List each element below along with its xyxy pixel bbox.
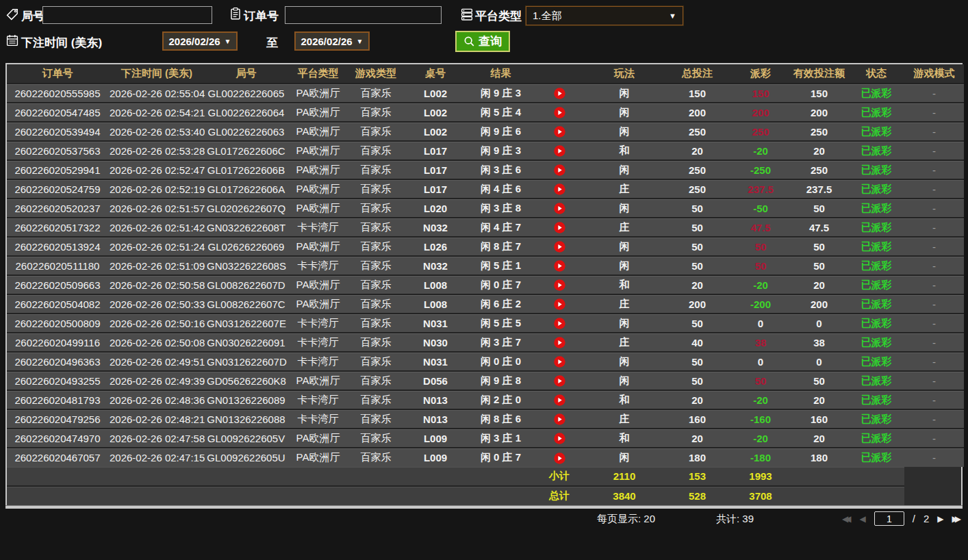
total-valid-bet: 3708: [731, 486, 790, 505]
cell-platform: PA欧洲厅: [287, 448, 349, 467]
cell-bet-time: 2026-02-26 02:48:36: [108, 390, 205, 409]
replay-video-icon[interactable]: [554, 126, 565, 138]
cell-play-type: 庄: [585, 409, 663, 429]
cell-replay: [533, 294, 585, 314]
cell-table-id: L008: [403, 294, 468, 314]
total-spacer: [7, 486, 533, 505]
cell-game-type: 百家乐: [349, 218, 403, 237]
date-from-picker[interactable]: 2026/02/26 ▼: [162, 31, 238, 51]
cell-total-bet: 50: [663, 256, 731, 275]
cell-game-type: 百家乐: [349, 237, 403, 256]
platform-type-label: 平台类型: [475, 8, 522, 24]
header-valid_bet: 有效投注额: [790, 64, 848, 84]
total-label: 总计: [533, 486, 585, 505]
date-to-value: 2026/02/26: [301, 36, 353, 47]
cell-replay: [533, 429, 585, 448]
replay-video-icon[interactable]: [554, 164, 565, 176]
replay-video-icon[interactable]: [554, 375, 565, 387]
last-page-icon[interactable]: ▶▶: [952, 512, 961, 526]
cell-status: 已派彩: [848, 371, 904, 390]
cell-platform: PA欧洲厅: [287, 275, 349, 294]
table-row: 260226020500809 2026-02-26 02:50:16 GN03…: [7, 314, 964, 333]
cell-table-id: L002: [403, 84, 468, 103]
cell-result: 闲 9 庄 3: [468, 84, 533, 103]
replay-video-icon[interactable]: [554, 183, 565, 195]
cell-play-type: 闲: [585, 352, 663, 371]
replay-video-icon[interactable]: [554, 241, 565, 253]
cell-status: 已派彩: [848, 294, 904, 314]
cell-order-id: 260226020500809: [7, 314, 108, 333]
replay-video-icon[interactable]: [554, 394, 565, 406]
replay-video-icon[interactable]: [554, 222, 565, 233]
cell-game-type: 百家乐: [349, 122, 403, 141]
cell-status: 已派彩: [848, 256, 904, 275]
table-row: 260226020467057 2026-02-26 02:47:15 GL00…: [7, 448, 964, 467]
page-separator: /: [913, 513, 915, 524]
replay-video-icon[interactable]: [554, 433, 565, 444]
replay-video-icon[interactable]: [554, 356, 565, 368]
subtotal-row: 小计 2110 153 1993: [7, 467, 964, 486]
cell-status: 已派彩: [848, 103, 904, 122]
cell-valid-bet: 50: [790, 371, 848, 390]
cell-platform: PA欧洲厅: [287, 84, 349, 103]
cell-game-type: 百家乐: [349, 179, 403, 199]
table-row: 260226020504082 2026-02-26 02:50:33 GL00…: [7, 294, 964, 314]
cell-game-mode: -: [904, 429, 964, 448]
replay-video-icon[interactable]: [554, 453, 565, 464]
replay-video-icon[interactable]: [554, 88, 565, 99]
cell-replay: [533, 84, 585, 103]
order-id-input[interactable]: [285, 6, 442, 24]
cell-play-type: 庄: [585, 294, 663, 314]
cell-payout: -180: [731, 448, 790, 467]
prev-page-icon[interactable]: ◀: [860, 512, 866, 526]
cell-result: 闲 9 庄 8: [468, 371, 533, 390]
cell-play-type: 闲: [585, 314, 663, 333]
next-page-icon[interactable]: ▶: [937, 512, 943, 526]
subtotal-payout: 153: [663, 467, 731, 486]
cell-total-bet: 40: [663, 333, 731, 352]
cell-replay: [533, 160, 585, 179]
platform-type-select[interactable]: 1.全部 ▼: [526, 6, 683, 25]
replay-video-icon[interactable]: [554, 107, 565, 118]
cell-bet-time: 2026-02-26 02:47:15: [108, 448, 205, 467]
bet-records-table: 订单号下注时间 (美东)局号平台类型游戏类型桌号结果玩法总投注派彩有效投注额状态…: [7, 64, 964, 505]
cell-play-type: 和: [585, 141, 663, 160]
table-header-row: 订单号下注时间 (美东)局号平台类型游戏类型桌号结果玩法总投注派彩有效投注额状态…: [7, 64, 964, 84]
cell-table-id: N013: [403, 390, 468, 409]
cell-platform: PA欧洲厅: [287, 429, 349, 448]
cell-total-bet: 20: [663, 429, 731, 448]
cell-status: 已派彩: [848, 84, 904, 103]
replay-video-icon[interactable]: [554, 318, 565, 329]
header-game_mode: 游戏模式: [904, 64, 964, 84]
filter-bar: 局号 订单号 平台类型 1.全部 ▼ 下注时间 (美东) 2026/02/26 …: [0, 0, 968, 63]
cell-round-id: GN0312622607D: [205, 352, 287, 371]
query-button[interactable]: 查询: [455, 31, 510, 52]
subtotal-total-bet: 2110: [585, 467, 663, 486]
cell-payout: 0: [731, 352, 790, 371]
cell-valid-bet: 50: [790, 199, 848, 218]
page-size-label: 每页显示: 20: [597, 513, 655, 526]
date-range-to-label: 至: [266, 35, 278, 51]
cell-round-id: GL0172622606A: [205, 179, 287, 199]
cell-replay: [533, 179, 585, 199]
cell-result: 闲 3 庄 7: [468, 333, 533, 352]
replay-video-icon[interactable]: [554, 413, 565, 425]
cell-result: 闲 8 庄 7: [468, 237, 533, 256]
first-page-icon[interactable]: ◀◀: [842, 512, 851, 526]
subtotal-spacer: [7, 467, 533, 486]
date-to-picker[interactable]: 2026/02/26 ▼: [294, 31, 370, 51]
replay-video-icon[interactable]: [554, 279, 565, 291]
replay-video-icon[interactable]: [554, 298, 565, 310]
replay-video-icon[interactable]: [554, 203, 565, 214]
cell-order-id: 260226020481793: [7, 390, 108, 409]
round-id-input[interactable]: [42, 6, 212, 24]
current-page-input[interactable]: [874, 511, 904, 526]
cell-game-mode: -: [904, 371, 964, 390]
replay-video-icon[interactable]: [554, 260, 565, 272]
replay-video-icon[interactable]: [554, 145, 565, 157]
cell-table-id: L017: [403, 141, 468, 160]
replay-video-icon[interactable]: [554, 337, 565, 348]
cell-result: 闲 4 庄 7: [468, 218, 533, 237]
cell-total-bet: 250: [663, 122, 731, 141]
header-replay-spacer: [533, 64, 585, 84]
